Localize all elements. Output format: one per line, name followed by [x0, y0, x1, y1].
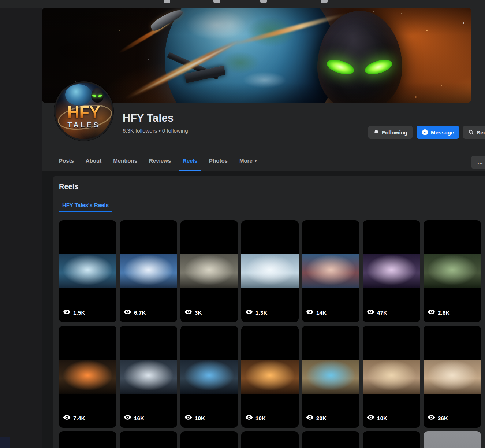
more-options-button[interactable]: … [471, 156, 485, 169]
reel-view-count: 3K [184, 308, 202, 317]
message-button[interactable]: Message [417, 126, 459, 139]
reel-card[interactable]: 14K [302, 220, 359, 322]
eye-icon [63, 308, 71, 317]
reel-card[interactable]: 1.5K [59, 220, 116, 322]
reel-thumbnail [120, 254, 177, 288]
reel-view-count: 14K [306, 308, 327, 317]
eye-icon [63, 414, 71, 423]
search-button[interactable]: Search [463, 126, 485, 139]
reel-card[interactable]: 16K [120, 326, 177, 428]
follower-stats[interactable]: 6.3K followers • 0 following [123, 127, 188, 134]
cutoff-nav-icon [321, 0, 328, 3]
tab-label: Mentions [113, 158, 137, 164]
reel-card[interactable]: 47K [363, 220, 420, 322]
reel-card-partial[interactable] [424, 431, 481, 448]
tab-label: About [86, 158, 101, 164]
reel-thumbnail [302, 360, 359, 394]
eye-icon [245, 308, 253, 317]
eye-icon [306, 308, 314, 317]
reel-card[interactable]: 7.4K [59, 326, 116, 428]
reel-thumbnail [59, 254, 116, 288]
reel-card-partial[interactable] [59, 431, 116, 448]
taskbar-corner-fragment [0, 437, 10, 448]
tab-reels[interactable]: Reels [177, 150, 203, 171]
tab-label: More [239, 158, 253, 164]
cutoff-nav-icon [164, 0, 170, 3]
cover-vignette [42, 8, 471, 103]
profile-actions: Following Message Search [368, 126, 485, 139]
chevron-down-icon: ▾ [255, 159, 257, 163]
view-count-text: 14K [316, 310, 327, 316]
view-count-text: 16K [134, 415, 144, 421]
reel-card[interactable]: 10K [241, 326, 299, 428]
reel-thumbnail [424, 360, 481, 394]
reel-view-count: 2.8K [428, 308, 450, 317]
reel-card-partial[interactable] [302, 431, 359, 448]
tab-more[interactable]: More ▾ [234, 150, 262, 171]
reel-view-count: 16K [124, 414, 144, 423]
avatar-logo-line1: HFY [56, 103, 112, 122]
button-label: Following [382, 129, 407, 136]
reel-card[interactable]: 36K [424, 326, 481, 428]
reel-view-count: 10K [245, 414, 266, 423]
reels-grid: 1.5K 6.7K 3K 1.3K 14K 47K [59, 220, 484, 448]
reels-subtab[interactable]: HFY Tales's Reels [59, 197, 112, 212]
messenger-icon [422, 129, 428, 136]
reel-thumbnail [302, 254, 359, 288]
reel-view-count: 1.5K [63, 308, 85, 317]
reel-thumbnail [424, 254, 481, 288]
eye-icon [367, 308, 374, 317]
profile-tabs: Posts About Mentions Reviews Reels Photo… [53, 150, 262, 171]
view-count-text: 6.7K [134, 310, 146, 316]
page-title: HFY Tales [123, 112, 174, 124]
tab-reviews[interactable]: Reviews [143, 150, 177, 171]
reel-card[interactable]: 20K [302, 326, 359, 428]
eye-icon [184, 308, 192, 317]
cutoff-nav-icon [260, 0, 267, 3]
reel-card[interactable]: 10K [180, 326, 238, 428]
reel-card[interactable]: 2.8K [424, 220, 481, 322]
reel-thumbnail [363, 360, 420, 394]
reel-card[interactable]: 6.7K [120, 220, 177, 322]
button-label: Search [477, 129, 485, 136]
avatar-logo-line2: TALES [56, 121, 112, 129]
reel-card-partial[interactable] [241, 431, 299, 448]
reels-heading: Reels [59, 182, 78, 191]
reel-thumbnail [363, 254, 420, 288]
reel-thumbnail [241, 360, 299, 394]
eye-icon [124, 308, 131, 317]
view-count-text: 20K [316, 415, 327, 421]
reel-view-count: 6.7K [124, 308, 146, 317]
tab-label: Photos [209, 158, 228, 164]
eye-icon [428, 308, 435, 317]
reel-card[interactable]: 10K [363, 326, 420, 428]
browser-top-bar-fragment [0, 0, 485, 8]
reels-section: Reels HFY Tales's Reels 1.5K 6.7K 3K 1.3… [53, 176, 485, 448]
reel-card[interactable]: 3K [180, 220, 238, 322]
avatar-alien-art [91, 88, 104, 103]
tab-posts[interactable]: Posts [53, 150, 80, 171]
view-count-text: 1.3K [255, 310, 268, 316]
reel-view-count: 47K [367, 308, 387, 317]
eye-icon [124, 414, 131, 423]
reel-view-count: 1.3K [245, 308, 268, 317]
tab-mentions[interactable]: Mentions [107, 150, 143, 171]
reel-view-count: 7.4K [63, 414, 85, 423]
following-button[interactable]: Following [368, 126, 413, 139]
reel-card-partial[interactable] [363, 431, 420, 448]
cover-photo[interactable] [42, 8, 471, 103]
eye-icon [306, 414, 314, 423]
profile-picture[interactable]: HFY TALES [54, 81, 113, 141]
eye-icon [428, 414, 435, 423]
reel-card-partial[interactable] [120, 431, 177, 448]
tab-photos[interactable]: Photos [203, 150, 234, 171]
view-count-text: 2.8K [438, 310, 450, 316]
reel-thumbnail [59, 360, 116, 394]
tab-label: Posts [59, 158, 74, 164]
view-count-text: 1.5K [73, 310, 85, 316]
tab-label: Reviews [149, 158, 171, 164]
tab-about[interactable]: About [80, 150, 107, 171]
reel-card[interactable]: 1.3K [241, 220, 299, 322]
reel-view-count: 10K [367, 414, 387, 423]
reel-card-partial[interactable] [180, 431, 238, 448]
